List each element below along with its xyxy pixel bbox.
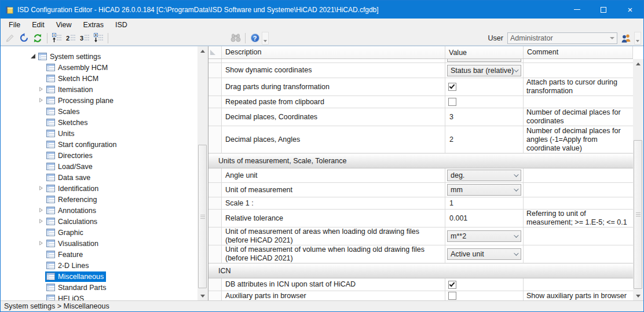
- toolbar-overflow-button[interactable]: [262, 32, 269, 45]
- value-text[interactable]: 1: [445, 199, 453, 207]
- corner-header-cell[interactable]: [208, 46, 222, 58]
- tree-expander-icon[interactable]: [38, 273, 45, 280]
- value-text[interactable]: 3: [445, 113, 453, 121]
- user-toolbar-overflow-button[interactable]: [634, 32, 641, 45]
- value-dropdown[interactable]: Active unit: [447, 248, 521, 260]
- value-text[interactable]: 2: [445, 135, 453, 144]
- tree-expander-icon[interactable]: [38, 196, 45, 203]
- tree-item-scales[interactable]: Scales: [1, 106, 197, 117]
- tree-expander-icon[interactable]: [38, 163, 45, 170]
- tree-expander-icon[interactable]: [38, 152, 45, 159]
- tree-item-annotations[interactable]: Annotations: [1, 205, 197, 216]
- tree-expander-icon[interactable]: [38, 240, 45, 247]
- row-selector-cell[interactable]: [208, 245, 222, 263]
- tree-item-itemisation[interactable]: Itemisation: [1, 84, 197, 95]
- value-checkbox[interactable]: [448, 83, 456, 91]
- row-selector-cell[interactable]: [208, 96, 222, 108]
- tree-item-visualisation[interactable]: Visualisation: [1, 238, 197, 249]
- tree-expander-icon[interactable]: [38, 86, 45, 93]
- tree-item-identification[interactable]: Identification: [1, 183, 197, 194]
- scroll-down-button[interactable]: [197, 291, 208, 300]
- tree-item-units[interactable]: Units: [1, 128, 197, 139]
- maximize-button[interactable]: [590, 1, 617, 19]
- tree-expander-icon[interactable]: [38, 97, 45, 104]
- column-header-description[interactable]: Description: [222, 46, 445, 58]
- user-select[interactable]: Administrator: [507, 32, 617, 44]
- close-button[interactable]: ×: [617, 1, 643, 19]
- value-checkbox[interactable]: [448, 98, 456, 106]
- menu-view[interactable]: View: [50, 20, 78, 30]
- tree-scrollbar[interactable]: [197, 46, 208, 300]
- value-dropdown[interactable]: mm: [447, 184, 521, 196]
- tree-item-calculations[interactable]: Calculations: [1, 216, 197, 227]
- row-selector-cell[interactable]: [208, 210, 222, 227]
- tree-expander-icon[interactable]: [38, 218, 45, 225]
- tree-item-sketch-hcm[interactable]: Sketch HCM: [1, 73, 197, 84]
- tree-item-sketches[interactable]: Sketches: [1, 117, 197, 128]
- value-checkbox[interactable]: [448, 281, 456, 289]
- tree-expander-icon[interactable]: [38, 185, 45, 192]
- tree-item-start-configuration[interactable]: Start configuration: [1, 139, 197, 150]
- menu-extras[interactable]: Extras: [78, 20, 109, 30]
- tree-item-miscellaneous[interactable]: Miscellaneous: [1, 271, 197, 282]
- row-selector-cell[interactable]: [208, 78, 222, 96]
- value-dropdown[interactable]: Status bar (relative): [447, 65, 521, 76]
- tree-expander-icon[interactable]: [38, 251, 45, 258]
- row-selector-cell[interactable]: [208, 108, 222, 126]
- tree-expander-icon[interactable]: [38, 207, 45, 214]
- tree-item-processing-plane[interactable]: Processing plane: [1, 95, 197, 106]
- tree-item-2-d-lines[interactable]: 2-D Lines: [1, 260, 197, 271]
- help-button[interactable]: ?: [248, 32, 262, 45]
- scroll-up-button[interactable]: [197, 46, 208, 56]
- row-selector-cell[interactable]: [208, 126, 222, 153]
- tree-expander-icon[interactable]: [38, 64, 45, 71]
- tree-item-graphic[interactable]: Graphic: [1, 227, 197, 238]
- tree-item-referencing[interactable]: Referencing: [1, 194, 197, 205]
- tree-expander-icon[interactable]: [38, 174, 45, 181]
- tree-expander-icon[interactable]: [38, 262, 45, 269]
- minimize-button[interactable]: [564, 1, 590, 19]
- row-selector-cell[interactable]: [208, 227, 222, 245]
- row-selector-cell[interactable]: [208, 168, 222, 182]
- tree-item-directories[interactable]: Directories: [1, 150, 197, 161]
- tree-expander-icon[interactable]: [38, 75, 45, 82]
- tree-expander-icon[interactable]: [38, 295, 45, 300]
- row-selector-cell[interactable]: [208, 278, 222, 291]
- tree-expander-icon[interactable]: [38, 284, 45, 291]
- column-header-comment[interactable]: Comment: [524, 46, 633, 58]
- collapse-levels-button[interactable]: [50, 32, 64, 45]
- scroll-up-button[interactable]: [633, 59, 643, 68]
- row-selector-cell[interactable]: [208, 183, 222, 197]
- scroll-thumb[interactable]: [634, 140, 642, 289]
- tree-item-standard-parts[interactable]: Standard Parts: [1, 282, 197, 293]
- menu-edit[interactable]: Edit: [26, 20, 50, 30]
- edit-pencil-button[interactable]: [3, 32, 17, 45]
- tree-item-assembly-hcm[interactable]: Assembly HCM: [1, 62, 197, 73]
- tree-expander-icon[interactable]: [38, 141, 45, 148]
- row-selector-cell[interactable]: [208, 197, 222, 209]
- users-icon[interactable]: [621, 34, 632, 43]
- value-dropdown[interactable]: deg.: [447, 170, 521, 181]
- tree-expander-icon[interactable]: [38, 130, 45, 137]
- value-text[interactable]: 0.001: [445, 214, 467, 222]
- menu-file[interactable]: File: [3, 20, 26, 30]
- scroll-thumb[interactable]: [198, 145, 207, 288]
- menu-isd[interactable]: ISD: [109, 20, 133, 30]
- refresh-button[interactable]: [31, 32, 45, 45]
- expand-levels-button[interactable]: [92, 32, 105, 45]
- tree-item-helios[interactable]: HELiOS: [1, 293, 197, 300]
- tree-expander-icon[interactable]: [30, 53, 37, 60]
- tree-item-load-save[interactable]: Load/Save: [1, 161, 197, 172]
- value-dropdown[interactable]: m**2: [447, 230, 521, 242]
- scroll-down-button[interactable]: [633, 291, 643, 300]
- column-header-value[interactable]: Value: [445, 46, 524, 58]
- value-checkbox[interactable]: [448, 292, 456, 300]
- tree-expander-icon[interactable]: [38, 229, 45, 236]
- search-button[interactable]: [229, 32, 243, 45]
- tree-expander-icon[interactable]: [38, 108, 45, 115]
- tree-item-system-settings[interactable]: System settings: [1, 51, 197, 62]
- show-level-2-button[interactable]: 2: [64, 32, 78, 45]
- tree-item-feature[interactable]: Feature: [1, 249, 197, 260]
- grid-scrollbar[interactable]: [633, 59, 643, 300]
- undo-button[interactable]: [17, 32, 31, 45]
